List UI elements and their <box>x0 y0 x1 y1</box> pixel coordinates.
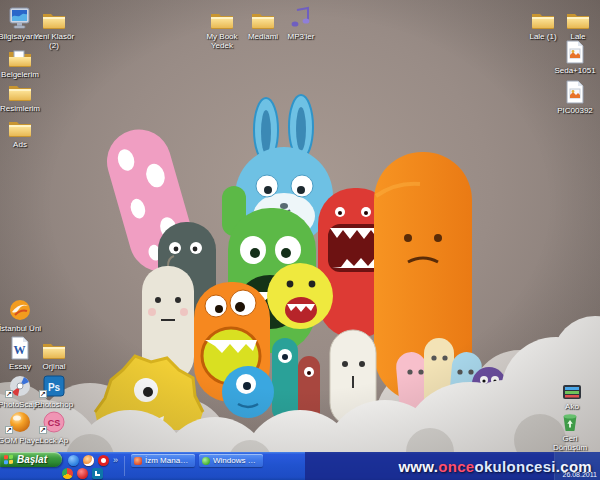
watermark-overlay: www.onceokuloncesi.com <box>305 452 600 480</box>
folder-icon <box>556 4 600 30</box>
red-app-icon[interactable] <box>77 468 88 479</box>
desktop-icon-my-pictures[interactable]: Resimlerim <box>0 76 42 113</box>
folder-icon <box>32 4 76 30</box>
desktop-icon-label: Lock Ap <box>32 436 76 445</box>
desktop-icon-lock-ap[interactable]: ↗ Lock Ap <box>32 408 76 445</box>
watermark-www: www. <box>398 458 438 475</box>
taskbar-separator <box>124 456 125 476</box>
opera-icon[interactable] <box>98 455 109 466</box>
folder-icon <box>200 4 244 30</box>
shortcut-arrow-icon: ↗ <box>5 390 13 398</box>
desktop-icon-label: My Book Yedek <box>200 32 244 50</box>
tray-date: 26.08.2011 <box>562 471 597 478</box>
shortcut-arrow-icon: ↗ <box>39 390 47 398</box>
in-glyph <box>95 471 100 476</box>
desktop-icon-mp3ler[interactable]: MP3'ler <box>279 4 323 41</box>
image-file-icon <box>553 38 597 64</box>
desktop-icon-label: Orjinal <box>32 362 76 371</box>
folder-icon <box>0 112 42 138</box>
desktop-icon-pic-image[interactable]: PIC00392 <box>553 78 597 115</box>
pictures-folder-icon <box>0 76 42 102</box>
chrome-icon[interactable] <box>62 468 73 479</box>
desktop-icon-label: Seda+1051 <box>553 66 597 75</box>
shortcut-arrow-icon: ↗ <box>39 426 47 434</box>
swirl-app-icon <box>0 296 42 322</box>
taskbar-window-label: Windows Live Messen... <box>213 456 260 465</box>
desktop-icon-my-documents[interactable]: Belgelerim <box>0 42 42 79</box>
shortcut-arrow-icon: ↗ <box>5 426 13 434</box>
messenger-icon <box>202 457 210 465</box>
wallpaper <box>0 0 600 452</box>
desktop-icon-ads-folder[interactable]: Ads <box>0 112 42 149</box>
cs-app-icon: ↗ <box>32 408 76 434</box>
desktop-icon-label: MP3'ler <box>279 32 323 41</box>
folder-icon <box>32 334 76 360</box>
taskbar: Başlat » İzm Manastirince Na... Windows … <box>0 452 600 480</box>
documents-folder-icon <box>0 42 42 68</box>
quick-launch-overflow-chevron[interactable]: » <box>113 455 118 466</box>
wallpaper-art <box>0 0 600 452</box>
desktop-icon-photoshop[interactable]: ↗ Photoshop <box>32 372 76 409</box>
document-window-icon <box>134 457 142 465</box>
firefox-icon[interactable] <box>83 455 94 466</box>
taskbar-window-document[interactable]: İzm Manastirince Na... <box>131 454 195 467</box>
windows-flag-icon <box>4 454 14 465</box>
watermark-domain: okuloncesi <box>474 458 555 475</box>
in-app-icon[interactable] <box>92 468 103 479</box>
quick-launch-row-1: » <box>68 455 118 466</box>
photoshop-icon: ↗ <box>32 372 76 398</box>
start-button-label: Başlat <box>17 454 47 465</box>
taskbar-window-messenger[interactable]: Windows Live Messen... <box>199 454 263 467</box>
watermark-highlight: once <box>438 458 474 475</box>
desktop-icon-label: PIC00392 <box>553 106 597 115</box>
desktop-icon-istanbul-uni[interactable]: İstanbul Üni <box>0 296 42 333</box>
desktop-screen: Bilgisayarım Yeni Klasör (2) Belgelerim … <box>0 0 600 480</box>
quick-launch-row-2 <box>62 468 103 479</box>
desktop-icon-orjinal[interactable]: Orjinal <box>32 334 76 371</box>
start-button[interactable]: Başlat <box>0 452 62 467</box>
image-file-icon <box>553 78 597 104</box>
music-note-icon <box>279 4 323 30</box>
desktop-icon-seda-image[interactable]: Seda+1051 <box>553 38 597 75</box>
taskbar-window-label: İzm Manastirince Na... <box>145 456 192 465</box>
internet-explorer-icon[interactable] <box>68 455 79 466</box>
media-file-icon <box>550 374 594 400</box>
desktop-icon-lale[interactable]: Lale <box>556 4 600 41</box>
recycle-bin-icon <box>548 406 592 432</box>
desktop-icon-my-book-yedek[interactable]: My Book Yedek <box>200 4 244 50</box>
desktop-icon-label: Ads <box>0 140 42 149</box>
desktop-icon-label: İstanbul Üni <box>0 324 42 333</box>
